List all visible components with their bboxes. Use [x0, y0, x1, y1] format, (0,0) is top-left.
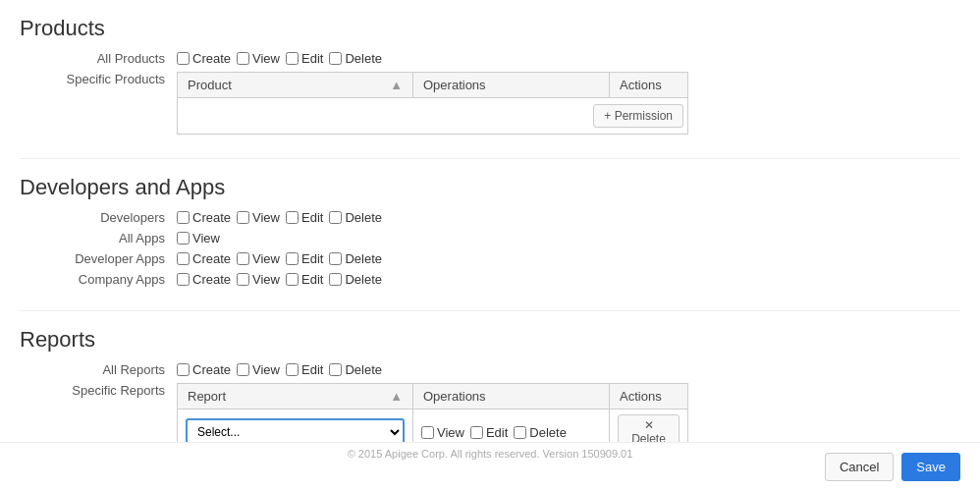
specific-reports-label: Specific Reports	[20, 383, 177, 398]
all-products-view-label[interactable]: View	[237, 51, 280, 66]
devapps-edit-checkbox[interactable]	[286, 252, 299, 265]
devapps-edit-label[interactable]: Edit	[286, 251, 323, 266]
developers-section: Developers and Apps Developers Create Vi…	[20, 175, 960, 287]
report-edit-label[interactable]: Edit	[470, 425, 508, 440]
report-operations-col-header: Operations	[413, 384, 610, 409]
report-edit-checkbox[interactable]	[470, 426, 483, 439]
developers-row: Developers Create View Edit Delete	[20, 210, 960, 225]
developer-apps-checkboxes: Create View Edit Delete	[177, 251, 382, 266]
dev-edit-label[interactable]: Edit	[286, 210, 323, 225]
report-view-checkbox[interactable]	[421, 426, 434, 439]
allreports-create-label[interactable]: Create	[177, 362, 231, 377]
developers-title: Developers and Apps	[20, 175, 960, 200]
specific-products-row: Specific Products Product ▲ Operations A…	[20, 72, 960, 135]
save-button[interactable]: Save	[901, 453, 960, 481]
report-delete-checkbox[interactable]	[514, 426, 526, 439]
dev-view-label[interactable]: View	[237, 210, 280, 225]
allapps-view-label[interactable]: View	[177, 231, 220, 246]
all-products-delete-checkbox[interactable]	[329, 52, 342, 65]
specific-products-label: Specific Products	[20, 72, 177, 86]
all-products-delete-label[interactable]: Delete	[329, 51, 382, 66]
allreports-edit-label[interactable]: Edit	[286, 362, 323, 377]
devapps-view-label[interactable]: View	[237, 251, 280, 266]
add-permission-container-products: + Permission	[178, 98, 687, 134]
products-title: Products	[20, 16, 960, 41]
devapps-create-checkbox[interactable]	[177, 252, 190, 265]
operations-col-header: Operations	[413, 73, 610, 98]
products-section: Products All Products Create View Edit D…	[20, 16, 960, 135]
devapps-create-label[interactable]: Create	[177, 251, 231, 266]
all-reports-label: All Reports	[20, 362, 177, 377]
developer-apps-row: Developer Apps Create View Edit Delete	[20, 251, 960, 266]
all-products-row: All Products Create View Edit Delete	[20, 51, 960, 66]
all-products-edit-checkbox[interactable]	[286, 52, 299, 65]
allreports-view-checkbox[interactable]	[237, 363, 249, 376]
compapps-edit-checkbox[interactable]	[286, 273, 299, 286]
devapps-delete-label[interactable]: Delete	[329, 251, 382, 266]
allreports-delete-label[interactable]: Delete	[329, 362, 382, 377]
separator-1	[20, 158, 960, 159]
dev-delete-label[interactable]: Delete	[329, 210, 382, 225]
all-reports-row: All Reports Create View Edit Delete	[20, 362, 960, 377]
add-permission-row-products: + Permission	[178, 98, 688, 135]
company-apps-label: Company Apps	[20, 272, 177, 287]
specific-products-table-wrapper: Product ▲ Operations Actions	[177, 72, 688, 135]
report-operations-checkboxes: View Edit Delete	[421, 425, 601, 440]
allreports-edit-checkbox[interactable]	[286, 363, 299, 376]
all-products-edit-label[interactable]: Edit	[286, 51, 323, 66]
footer-copyright: © 2015 Apigee Corp. All rights reserved.…	[348, 448, 633, 460]
company-apps-row: Company Apps Create View Edit Delete	[20, 272, 960, 287]
report-actions-col-header: Actions	[610, 384, 688, 409]
dev-edit-checkbox[interactable]	[286, 211, 299, 224]
report-col-header: Report ▲	[178, 384, 413, 409]
developers-label: Developers	[20, 210, 177, 225]
dev-create-label[interactable]: Create	[177, 210, 231, 225]
company-apps-checkboxes: Create View Edit Delete	[177, 272, 382, 287]
compapps-view-checkbox[interactable]	[237, 273, 249, 286]
all-products-create-checkbox[interactable]	[177, 52, 190, 65]
report-delete-label[interactable]: Delete	[514, 425, 567, 440]
compapps-create-label[interactable]: Create	[177, 272, 231, 287]
developers-checkboxes: Create View Edit Delete	[177, 210, 382, 225]
developer-apps-label: Developer Apps	[20, 251, 177, 266]
dev-delete-checkbox[interactable]	[329, 211, 342, 224]
compapps-create-checkbox[interactable]	[177, 273, 190, 286]
all-reports-checkboxes: Create View Edit Delete	[177, 362, 382, 377]
compapps-view-label[interactable]: View	[237, 272, 280, 287]
allreports-create-checkbox[interactable]	[177, 363, 190, 376]
compapps-edit-label[interactable]: Edit	[286, 272, 323, 287]
allreports-delete-checkbox[interactable]	[329, 363, 342, 376]
all-products-label: All Products	[20, 51, 177, 66]
devapps-delete-checkbox[interactable]	[329, 252, 342, 265]
allapps-view-checkbox[interactable]	[177, 232, 190, 245]
all-products-checkboxes: Create View Edit Delete	[177, 51, 382, 66]
reports-title: Reports	[20, 327, 960, 353]
report-view-label[interactable]: View	[421, 425, 464, 440]
allreports-view-label[interactable]: View	[237, 362, 280, 377]
product-col-arrow: ▲	[390, 78, 403, 92]
all-apps-label: All Apps	[20, 231, 177, 246]
add-permission-button-products[interactable]: + Permission	[593, 104, 683, 128]
compapps-delete-label[interactable]: Delete	[329, 272, 382, 287]
compapps-delete-checkbox[interactable]	[329, 273, 342, 286]
all-products-create-label[interactable]: Create	[177, 51, 231, 66]
report-col-arrow: ▲	[390, 389, 403, 404]
dev-view-checkbox[interactable]	[237, 211, 249, 224]
footer: © 2015 Apigee Corp. All rights reserved.…	[0, 442, 980, 491]
cancel-button[interactable]: Cancel	[825, 453, 894, 481]
specific-products-table: Product ▲ Operations Actions	[177, 72, 688, 135]
separator-2	[20, 310, 960, 311]
dev-create-checkbox[interactable]	[177, 211, 190, 224]
product-col-header: Product ▲	[178, 73, 413, 98]
all-apps-row: All Apps View	[20, 231, 960, 246]
all-products-view-checkbox[interactable]	[237, 52, 249, 65]
all-apps-checkboxes: View	[177, 231, 220, 246]
devapps-view-checkbox[interactable]	[237, 252, 249, 265]
actions-col-header: Actions	[610, 73, 688, 98]
